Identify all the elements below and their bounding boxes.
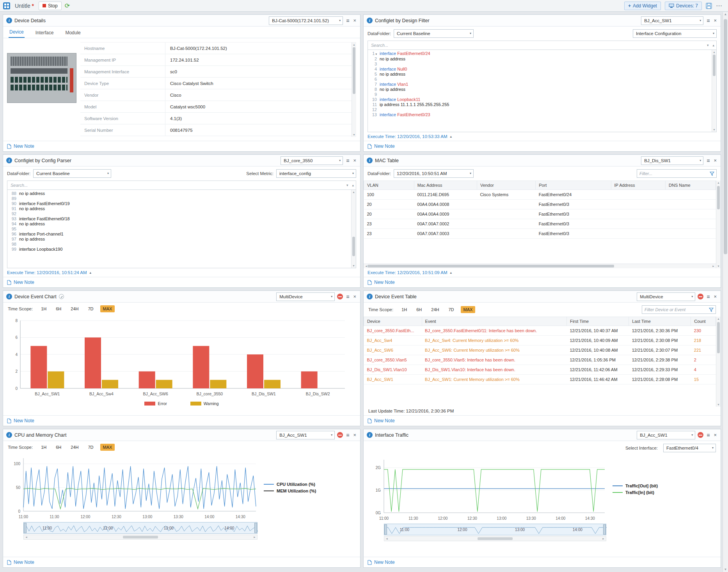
scroll-up-arrow[interactable]: ▲ xyxy=(352,191,355,193)
device-selector[interactable]: BJ_core_3550▾ xyxy=(281,156,343,165)
new-note-button[interactable]: New Note xyxy=(364,277,721,287)
filter-input[interactable] xyxy=(637,171,708,176)
scroll-left-arrow[interactable]: ◄ xyxy=(385,537,388,540)
brush-scrollbar[interactable]: ◄ ► xyxy=(384,536,606,541)
search-prev-icon[interactable]: ▴ xyxy=(350,183,356,187)
mac-table-row[interactable]: 2000A4.00A4.0008FastEthernet0/3 xyxy=(364,200,716,209)
scroll-left-arrow[interactable]: ◄ xyxy=(365,265,368,267)
event-row[interactable]: BJ_Dis_SW1.Vlan10BJ_Dis_SW1.Vlan10: Inte… xyxy=(364,365,716,375)
timescope-1h[interactable]: 1H xyxy=(38,444,49,451)
info-icon[interactable]: i xyxy=(6,432,12,438)
new-note-button[interactable]: New Note xyxy=(364,141,721,151)
scroll-thumb[interactable] xyxy=(352,237,355,256)
scroll-thumb[interactable] xyxy=(353,47,355,94)
devices-button[interactable]: Devices: 7 xyxy=(665,2,702,10)
save-icon[interactable] xyxy=(706,3,712,9)
device-selector[interactable]: BJ-Cat-5000(172.24.101.52)▾ xyxy=(269,16,343,25)
design-filter-select[interactable]: Interface Configuration▾ xyxy=(633,29,717,38)
datafolder-select[interactable]: Current Baseline▾ xyxy=(394,29,474,38)
close-icon[interactable]: × xyxy=(352,294,357,299)
datafolder-select[interactable]: Current Baseline▾ xyxy=(33,169,111,178)
scroll-down-arrow[interactable]: ▼ xyxy=(717,265,720,267)
pause-icon[interactable] xyxy=(337,432,343,438)
scroll-up-arrow[interactable]: ▲ xyxy=(724,13,727,16)
menu-icon[interactable]: ≡ xyxy=(706,158,710,163)
scroll-up-arrow[interactable]: ▲ xyxy=(717,181,720,184)
info-icon[interactable]: i xyxy=(6,18,12,23)
column-header[interactable]: First Time xyxy=(566,317,629,326)
app-icon[interactable] xyxy=(3,2,10,9)
scroll-down-arrow[interactable]: ▼ xyxy=(713,128,716,131)
refresh-icon[interactable]: ⟳ xyxy=(65,3,70,9)
stop-button[interactable]: Stop xyxy=(39,2,62,10)
menu-icon[interactable]: ≡ xyxy=(706,18,710,23)
scroll-right-arrow[interactable]: ► xyxy=(253,536,256,538)
new-note-button[interactable]: New Note xyxy=(3,557,360,567)
close-icon[interactable]: × xyxy=(713,18,717,23)
timescope-1h[interactable]: 1H xyxy=(38,305,49,312)
time-brush[interactable]: 11:0012:0013:0014:00 xyxy=(23,522,257,534)
filter-funnel-icon[interactable] xyxy=(710,172,714,176)
horizontal-scrollbar[interactable]: ◄► xyxy=(364,264,716,268)
column-header[interactable]: Count xyxy=(691,317,716,326)
timescope-7d[interactable]: 7D xyxy=(85,305,96,312)
timescope-max[interactable]: MAX xyxy=(100,444,115,451)
menu-icon[interactable]: ≡ xyxy=(345,294,350,299)
scroll-thumb[interactable] xyxy=(123,536,158,538)
event-row[interactable]: BJ_core_3550.FastEth...BJ_core_3550.Fast… xyxy=(364,326,716,336)
tab-module[interactable]: Module xyxy=(64,30,81,38)
time-brush[interactable]: 11:0012:0013:0014:00 xyxy=(384,524,606,535)
add-widget-button[interactable]: +Add Widget xyxy=(624,2,661,10)
timescope-7d[interactable]: 7D xyxy=(446,306,456,313)
info-icon[interactable]: i xyxy=(367,158,373,163)
vertical-scrollbar[interactable]: ▲▼ xyxy=(352,43,356,137)
close-icon[interactable]: × xyxy=(713,294,717,299)
scroll-thumb[interactable] xyxy=(713,55,716,76)
timescope-1h[interactable]: 1H xyxy=(399,306,410,313)
close-icon[interactable]: × xyxy=(713,158,717,163)
timescope-6h[interactable]: 6H xyxy=(414,306,424,313)
scroll-down-arrow[interactable]: ▼ xyxy=(353,133,355,136)
info-icon[interactable]: i xyxy=(367,432,373,438)
search-input[interactable] xyxy=(368,43,705,48)
vertical-scrollbar[interactable]: ▲▼ xyxy=(712,50,716,132)
scroll-thumb[interactable] xyxy=(717,186,720,209)
menu-icon[interactable]: ≡ xyxy=(706,432,710,438)
collapse-icon[interactable]: ▴ xyxy=(450,135,452,138)
scroll-down-arrow[interactable]: ▼ xyxy=(717,403,720,406)
close-icon[interactable]: × xyxy=(352,158,357,163)
scroll-up-arrow[interactable]: ▲ xyxy=(713,51,716,53)
info-icon[interactable]: i xyxy=(367,18,373,23)
scroll-down-arrow[interactable]: ▼ xyxy=(352,264,355,267)
search-next-icon[interactable]: ▾ xyxy=(705,43,711,47)
scroll-thumb[interactable] xyxy=(717,322,720,353)
scroll-right-arrow[interactable]: ► xyxy=(712,265,715,267)
vertical-scrollbar[interactable]: ▲▼ xyxy=(351,190,356,268)
scroll-thumb[interactable] xyxy=(368,265,614,267)
collapse-icon[interactable]: ▴ xyxy=(450,271,452,274)
metric-select[interactable]: interface_config▾ xyxy=(276,169,356,178)
timescope-max[interactable]: MAX xyxy=(100,305,115,312)
filter-funnel-icon[interactable] xyxy=(709,308,714,312)
device-selector[interactable]: BJ_Acc_SW1▾ xyxy=(276,431,335,439)
scroll-up-arrow[interactable]: ▲ xyxy=(717,317,720,320)
mac-table-row[interactable]: 2300A7.00A7.0003FastEthernet0/3 xyxy=(364,229,716,239)
column-header[interactable]: VLAN xyxy=(364,181,414,190)
scroll-left-arrow[interactable]: ◄ xyxy=(25,536,28,538)
new-note-button[interactable]: New Note xyxy=(3,277,360,287)
datafolder-select[interactable]: 12/20/2016, 10:50:51 AM▾ xyxy=(394,169,474,178)
search-input[interactable] xyxy=(7,183,344,188)
pause-icon[interactable] xyxy=(698,432,703,438)
device-selector[interactable]: MultiDevice▾ xyxy=(276,292,335,301)
timescope-24h[interactable]: 24H xyxy=(68,305,81,312)
column-header[interactable]: Vendor xyxy=(477,181,535,190)
device-selector[interactable]: BJ_Acc_SW1▾ xyxy=(637,431,695,439)
close-icon[interactable]: × xyxy=(713,432,717,437)
timescope-6h[interactable]: 6H xyxy=(53,305,64,312)
interface-select[interactable]: FastEthernet0/4▾ xyxy=(663,444,716,452)
scroll-thumb[interactable] xyxy=(478,537,513,540)
search-next-icon[interactable]: ▾ xyxy=(344,183,350,187)
menu-icon[interactable]: ≡ xyxy=(345,432,350,438)
page-scrollbar[interactable]: ▲ ▼ xyxy=(723,12,728,572)
close-icon[interactable]: × xyxy=(352,18,357,23)
